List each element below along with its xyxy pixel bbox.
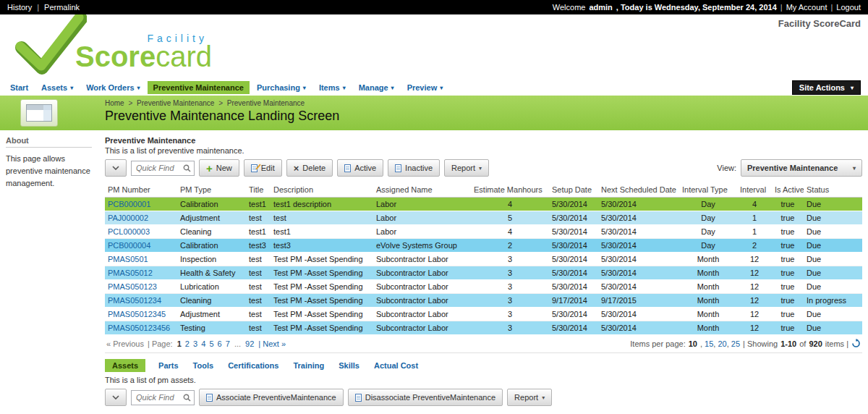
edit-button-label: Edit bbox=[261, 164, 275, 172]
column-header-pm-number[interactable]: PM Number bbox=[105, 182, 177, 198]
nav-item-start[interactable]: Start bbox=[4, 81, 34, 94]
pm-number-link[interactable]: PAJ000002 bbox=[108, 214, 148, 222]
page-link-1[interactable]: 1 bbox=[177, 339, 182, 348]
nav-item-items[interactable]: Items▾ bbox=[313, 81, 352, 94]
pm-number-link[interactable]: PMAS0501234 bbox=[108, 296, 161, 305]
logo-card-part: card bbox=[156, 41, 212, 72]
active-button[interactable]: Active bbox=[337, 159, 383, 177]
table-row[interactable]: PMAS05012Health & SafetytestTest PM -Ass… bbox=[105, 266, 862, 280]
assets-tabs: AssetsPartsToolsCertificationsTrainingSk… bbox=[105, 359, 862, 372]
filter-dropdown-button[interactable] bbox=[105, 159, 127, 177]
pm-number-link[interactable]: PCB000001 bbox=[108, 200, 150, 208]
column-header-next-scheduled-date[interactable]: Next Scheduled Date bbox=[598, 182, 679, 198]
pm-number-link[interactable]: PMAS05012 bbox=[108, 269, 153, 277]
table-cell-assigned-name: eVolve Systems Group bbox=[373, 239, 471, 253]
column-header-title[interactable]: Title bbox=[246, 182, 271, 198]
breadcrumb-preventive-maintenance[interactable]: Preventive Maintenance bbox=[137, 99, 214, 107]
assets-filter-dropdown-button[interactable] bbox=[105, 389, 127, 406]
table-row[interactable]: PMAS0501234CleaningtestTest PM -Asset Sp… bbox=[105, 294, 862, 308]
disassociate-button[interactable]: Disassociate PreventiveMaintenance bbox=[348, 389, 503, 406]
page-link-last[interactable]: 92 bbox=[245, 339, 254, 348]
nav-item-label: Items bbox=[319, 83, 340, 92]
table-row[interactable]: PMAS050123456TestingtestTest PM -Asset S… bbox=[105, 321, 862, 335]
next-page-button[interactable]: | Next » bbox=[258, 339, 286, 348]
site-actions-button[interactable]: Site Actions ▾ bbox=[792, 80, 861, 95]
per-page-option-25[interactable]: 25 bbox=[731, 339, 740, 348]
facility-scorecard-app: History | Permalink Welcome admin , Toda… bbox=[0, 0, 868, 412]
table-cell-next-scheduled-date: 5/30/2014 bbox=[598, 280, 679, 294]
page-link-3[interactable]: 3 bbox=[193, 339, 197, 348]
tab-parts[interactable]: Parts bbox=[157, 359, 180, 372]
inactive-button[interactable]: Inactive bbox=[388, 159, 440, 177]
page-link-2[interactable]: 2 bbox=[185, 339, 190, 348]
pm-number-link[interactable]: PMAS05012345 bbox=[108, 310, 166, 318]
page-link-4[interactable]: 4 bbox=[201, 339, 205, 348]
per-page-option-20[interactable]: 20 bbox=[718, 339, 726, 348]
history-link[interactable]: History bbox=[7, 3, 32, 12]
nav-item-manage[interactable]: Manage▾ bbox=[353, 81, 400, 94]
breadcrumb-home[interactable]: Home bbox=[105, 99, 124, 107]
column-header-interval[interactable]: Interval bbox=[737, 182, 772, 198]
items-per-page-current[interactable]: 10 bbox=[689, 339, 697, 348]
table-cell-setup-date: 5/30/2014 bbox=[549, 253, 598, 266]
associate-button[interactable]: Associate PreventiveMaintenance bbox=[199, 389, 344, 406]
pm-number-link[interactable]: PMAS050123456 bbox=[108, 324, 170, 332]
edit-button[interactable]: Edit bbox=[244, 159, 282, 177]
tab-training[interactable]: Training bbox=[292, 359, 326, 372]
page-link-6[interactable]: 6 bbox=[218, 339, 222, 348]
new-button[interactable]: + New bbox=[199, 159, 239, 177]
table-row[interactable]: PMAS0501InspectiontestTest PM -Asset Spe… bbox=[105, 253, 862, 266]
tab-assets[interactable]: Assets bbox=[105, 359, 145, 372]
column-header-estimate-manhours[interactable]: Estimate Manhours bbox=[471, 182, 549, 198]
ellipsis: ... bbox=[234, 339, 241, 348]
column-header-pm-type[interactable]: PM Type bbox=[177, 182, 246, 198]
table-cell-title: test bbox=[246, 253, 271, 266]
nav-item-assets[interactable]: Assets▾ bbox=[35, 81, 79, 94]
column-header-is-active[interactable]: Is Active bbox=[772, 182, 804, 198]
delete-button[interactable]: × Delete bbox=[286, 159, 333, 177]
column-header-description[interactable]: Description bbox=[271, 182, 373, 198]
per-page-option-15[interactable]: 15 bbox=[705, 339, 713, 348]
page-link-5[interactable]: 5 bbox=[209, 339, 213, 348]
table-row[interactable]: PCL000003Cleaningtest1test1Labor45/30/20… bbox=[105, 225, 862, 239]
permalink-link[interactable]: Permalink bbox=[44, 3, 80, 12]
pm-number-link[interactable]: PCB000004 bbox=[108, 241, 150, 250]
column-header-status[interactable]: Status bbox=[804, 182, 862, 198]
nav-item-purchasing[interactable]: Purchasing▾ bbox=[251, 81, 312, 94]
pm-number-link[interactable]: PMAS050123 bbox=[108, 282, 157, 291]
pm-number-link[interactable]: PCL000003 bbox=[108, 227, 150, 236]
column-header-interval-type[interactable]: Interval Type bbox=[679, 182, 737, 198]
tab-certifications[interactable]: Certifications bbox=[226, 359, 280, 372]
tab-tools[interactable]: Tools bbox=[192, 359, 216, 372]
page-link-7[interactable]: 7 bbox=[226, 339, 230, 348]
table-row[interactable]: PAJ000002AdjustmenttesttestLabor55/30/20… bbox=[105, 211, 862, 225]
nav-item-preview[interactable]: Preview▾ bbox=[401, 81, 449, 94]
pm-number-link[interactable]: PMAS0501 bbox=[108, 255, 148, 263]
of-label: of bbox=[799, 339, 806, 348]
nav-item-preventive-maintenance[interactable]: Preventive Maintenance bbox=[148, 81, 250, 94]
chevron-down-icon: ▾ bbox=[542, 394, 545, 401]
table-row[interactable]: PMAS05012345AdjustmenttestTest PM -Asset… bbox=[105, 308, 862, 321]
table-row[interactable]: PCB000004Calibrationtest3test3eVolve Sys… bbox=[105, 239, 862, 253]
table-row[interactable]: PMAS050123LubricationtestTest PM -Asset … bbox=[105, 280, 862, 294]
assets-report-button[interactable]: Report ▾ bbox=[507, 389, 552, 406]
tab-skills[interactable]: Skills bbox=[337, 359, 361, 372]
search-icon[interactable] bbox=[183, 164, 191, 172]
view-select[interactable]: Preventive Maintenance ▾ bbox=[741, 159, 862, 177]
refresh-icon[interactable] bbox=[851, 339, 861, 348]
assets-report-button-label: Report bbox=[514, 393, 538, 402]
table-row[interactable]: PCB000001Calibrationtest1test1 descripti… bbox=[105, 198, 862, 211]
table-cell-assigned-name: Labor bbox=[373, 198, 471, 211]
column-header-assigned-name[interactable]: Assigned Name bbox=[373, 182, 471, 198]
table-cell-is-active: true bbox=[772, 280, 804, 294]
prev-page-button[interactable]: « Previous bbox=[106, 339, 144, 348]
search-icon[interactable] bbox=[183, 394, 191, 402]
tab-actual-cost[interactable]: Actual Cost bbox=[373, 359, 420, 372]
report-button[interactable]: Report ▾ bbox=[444, 159, 489, 177]
my-account-link[interactable]: My Account bbox=[786, 3, 827, 12]
logo[interactable]: Facility Scorecard bbox=[14, 14, 212, 77]
table-cell-setup-date: 5/30/2014 bbox=[549, 239, 598, 253]
column-header-setup-date[interactable]: Setup Date bbox=[549, 182, 598, 198]
logout-link[interactable]: Logout bbox=[836, 3, 861, 12]
nav-item-work-orders[interactable]: Work Orders▾ bbox=[80, 81, 145, 94]
